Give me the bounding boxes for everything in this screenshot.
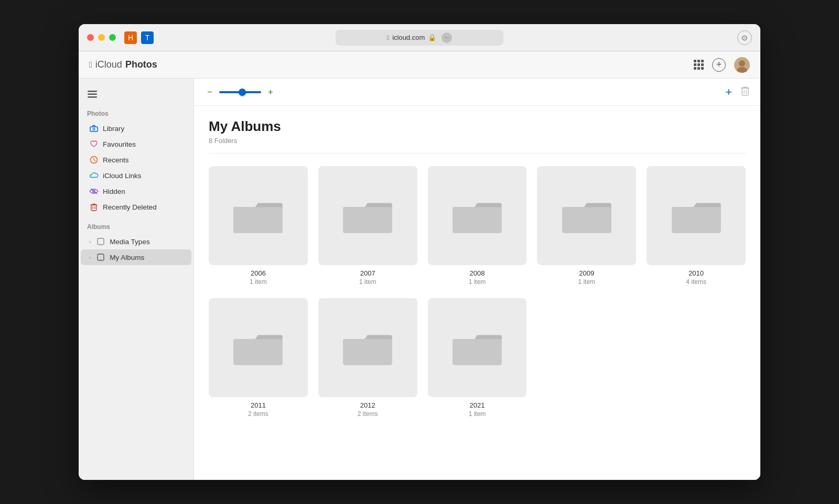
titlebar-right-controls: ⊙	[737, 30, 752, 45]
album-name-2012: 2012	[360, 401, 375, 409]
grid-dot	[701, 67, 704, 70]
my-albums-label: My Albums	[110, 254, 144, 261]
folder-icon	[231, 320, 285, 375]
svg-point-1	[737, 67, 747, 73]
browser-extensions: H T	[124, 31, 154, 44]
grid-icon	[694, 60, 704, 70]
sidebar-item-icloud-links[interactable]: iCloud Links	[81, 168, 191, 183]
svg-rect-32	[343, 339, 392, 365]
album-name-2007: 2007	[360, 269, 375, 277]
album-item-2012[interactable]: 2012 2 items	[318, 298, 417, 418]
album-count-2008: 1 item	[469, 278, 486, 286]
avatar-image	[734, 57, 750, 73]
main-content: − + +	[194, 79, 760, 480]
header-add-button[interactable]: +	[712, 58, 726, 72]
chevron-right-icon: ›	[89, 255, 91, 260]
folder-icon	[231, 188, 285, 243]
media-types-label: Media Types	[110, 238, 149, 246]
album-name-2006: 2006	[251, 269, 266, 277]
zoom-controls: − +	[205, 87, 276, 97]
album-name-2010: 2010	[689, 269, 704, 277]
header-right-controls: +	[694, 57, 750, 73]
album-name-2011: 2011	[251, 401, 266, 409]
albums-subtitle: 8 Folders	[209, 137, 746, 154]
extension-t-icon[interactable]: T	[141, 31, 154, 44]
grid-dot	[701, 63, 704, 66]
album-item-2007[interactable]: 2007 1 item	[318, 166, 417, 286]
sidebar-item-media-types[interactable]: › Media Types	[81, 234, 191, 249]
zoom-slider-thumb	[239, 89, 246, 96]
sidebar: Photos Library Favourites	[79, 79, 194, 480]
zoom-out-button[interactable]: −	[205, 87, 215, 97]
album-thumbnail-2009	[537, 166, 636, 265]
album-count-2006: 1 item	[250, 278, 267, 286]
chevron-right-icon: ›	[89, 239, 91, 245]
album-name-2008: 2008	[470, 269, 485, 277]
extension-h-icon[interactable]: H	[124, 31, 137, 44]
maximize-button[interactable]	[109, 34, 116, 41]
sidebar-item-hidden[interactable]: Hidden	[81, 183, 191, 199]
recently-deleted-icon	[89, 202, 99, 212]
album-thumbnail-2007	[318, 166, 417, 265]
svg-point-6	[93, 128, 95, 130]
sidebar-toggle-button[interactable]	[85, 87, 100, 102]
svg-rect-24	[453, 207, 501, 233]
recents-icon	[89, 155, 99, 165]
photos-section-label: Photos	[79, 108, 193, 120]
album-item-2006[interactable]: 2006 1 item	[209, 166, 308, 286]
user-avatar[interactable]	[734, 57, 750, 73]
my-albums-icon	[96, 253, 105, 262]
svg-rect-5	[90, 127, 98, 132]
titlebar: H T  icloud.com 🔒 ··· ⊙	[79, 24, 760, 51]
album-count-2007: 1 item	[359, 278, 377, 286]
svg-rect-2	[88, 91, 97, 92]
toolbar-add-button[interactable]: +	[725, 86, 732, 98]
album-thumbnail-2021	[428, 298, 527, 397]
grid-dot	[694, 67, 696, 70]
sidebar-item-my-albums[interactable]: › My Albums	[81, 249, 191, 265]
grid-view-button[interactable]	[694, 60, 704, 70]
album-item-2008[interactable]: 2008 1 item	[428, 166, 527, 286]
album-count-2011: 2 items	[248, 410, 268, 418]
album-item-2010[interactable]: 2010 4 items	[647, 166, 746, 286]
album-item-2009[interactable]: 2009 1 item	[537, 166, 636, 286]
svg-point-0	[739, 60, 745, 67]
svg-rect-22	[343, 207, 392, 233]
traffic-lights	[87, 34, 116, 41]
photos-label: Photos	[125, 59, 157, 70]
url-bar[interactable]:  icloud.com 🔒 ···	[336, 30, 503, 46]
album-count-2010: 4 items	[686, 278, 706, 286]
url-bar-options[interactable]: ···	[442, 32, 452, 43]
grid-dot	[701, 60, 704, 62]
zoom-in-button[interactable]: +	[265, 87, 276, 97]
album-item-2021[interactable]: 2021 1 item	[428, 298, 527, 418]
download-icon[interactable]: ⊙	[737, 30, 752, 45]
folder-icon	[450, 320, 504, 375]
svg-rect-15	[98, 254, 104, 260]
albums-section: Albums › Media Types ›	[79, 221, 193, 265]
album-count-2012: 2 items	[358, 410, 378, 418]
album-item-2011[interactable]: 2011 2 items	[209, 298, 308, 418]
sidebar-item-recents[interactable]: Recents	[81, 152, 191, 168]
albums-grid-row2: 2011 2 items 2012 2 item	[209, 298, 746, 418]
toolbar-delete-button[interactable]	[740, 85, 750, 98]
close-button[interactable]	[87, 34, 94, 41]
albums-title: My Albums	[209, 118, 746, 135]
lock-icon: 🔒	[428, 34, 436, 41]
app-header:  iCloud Photos +	[79, 51, 760, 79]
albums-grid-row1: 2006 1 item 2007 1 item	[209, 166, 746, 286]
album-count-2009: 1 item	[578, 278, 595, 286]
minimize-button[interactable]	[98, 34, 105, 41]
albums-content: My Albums 8 Folders 2006	[194, 106, 760, 480]
grid-dot	[697, 63, 700, 66]
sidebar-item-library[interactable]: Library	[81, 120, 191, 136]
toolbar-right: +	[725, 85, 750, 98]
icloud-links-label: iCloud Links	[103, 172, 142, 180]
folder-icon	[340, 320, 395, 375]
sidebar-item-favourites[interactable]: Favourites	[81, 136, 191, 152]
svg-rect-30	[234, 339, 283, 365]
zoom-slider[interactable]	[219, 91, 261, 93]
album-thumbnail-2010	[647, 166, 746, 265]
folder-icon	[450, 188, 504, 243]
sidebar-item-recently-deleted[interactable]: Recently Deleted	[81, 199, 191, 215]
